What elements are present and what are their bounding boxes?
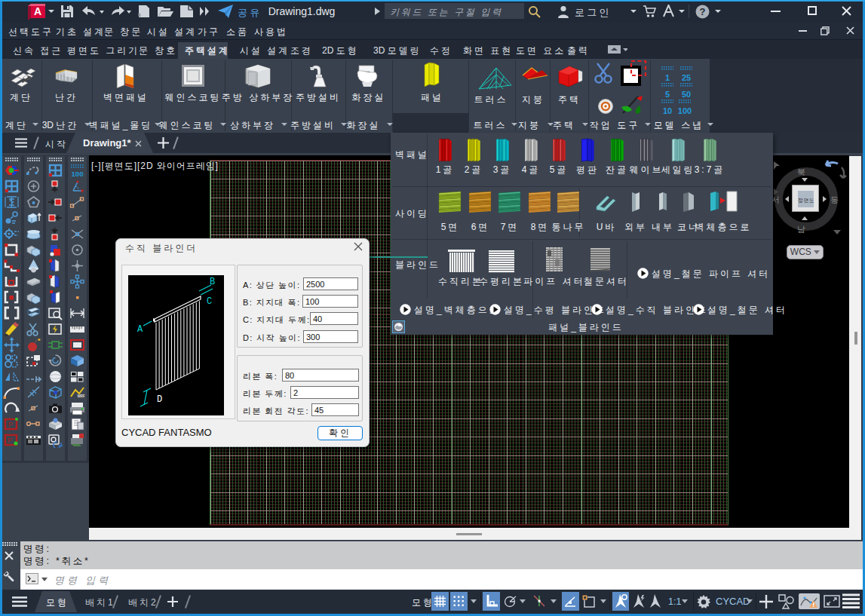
svg-text:P: P — [8, 421, 13, 428]
svg-text:B: B — [210, 277, 215, 287]
svg-text:100: 100 — [72, 170, 84, 178]
svg-text:D: D — [157, 394, 162, 405]
svg-text:A: A — [34, 5, 41, 17]
svg-text:C: C — [207, 296, 212, 307]
svg-text:?: ? — [700, 6, 706, 17]
svg-text:P: P — [8, 437, 12, 444]
svg-text:WRF: WRF — [77, 394, 84, 398]
svg-text:A: A — [137, 324, 143, 335]
